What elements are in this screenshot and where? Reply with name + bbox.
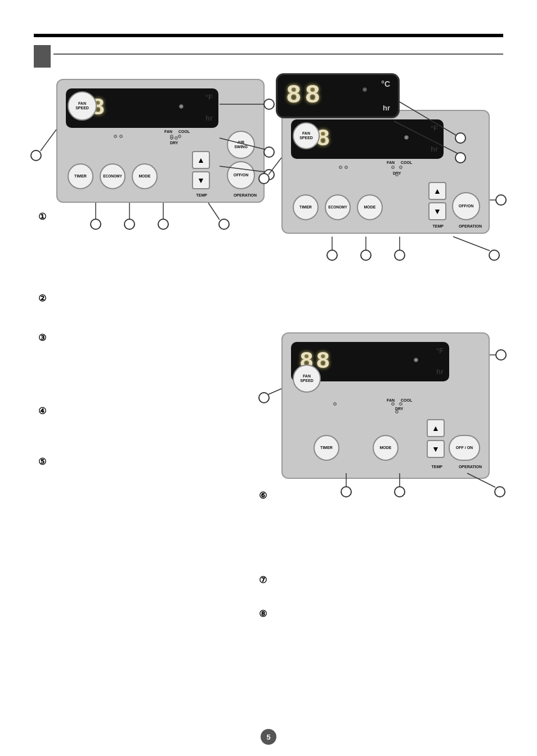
panel1-economy-button[interactable]: ECONOMY [100, 163, 126, 189]
panel1-hr: hr [205, 114, 213, 122]
panel2-cool-label: COOL [401, 161, 412, 164]
svg-line-20 [268, 158, 281, 175]
annotation-1: ① [38, 211, 46, 222]
p1-dot-fan [170, 135, 173, 138]
zoom-digits: 88 [286, 81, 324, 110]
panel3-offon-button[interactable]: OFF / ON [449, 435, 480, 461]
panel1-ind-fan-cool [170, 135, 181, 138]
panel2-timer-button[interactable]: TIMER [293, 194, 319, 220]
svg-line-30 [453, 237, 490, 251]
svg-point-41 [495, 487, 505, 497]
top-bar [34, 34, 503, 37]
svg-line-34 [268, 389, 281, 394]
panel3-fan-speed-button[interactable]: FAN SPEED [293, 364, 321, 393]
svg-point-23 [496, 195, 506, 205]
svg-point-5 [264, 147, 274, 157]
panel3-dot-dry [395, 410, 399, 413]
panel3-operation-label: OPERATION [459, 465, 482, 469]
panel1-timer-button[interactable]: TIMER [68, 163, 93, 189]
panel3-temp-label: TEMP [432, 465, 442, 469]
panel1-fan-label: FAN [164, 130, 172, 134]
annotation-6: ⑥ [259, 490, 267, 501]
panel1-air-swing-button[interactable]: AIR SWING [227, 131, 255, 159]
panel-1: 88 °F hr FAN SPEED FAN COOL DRY TIMER EC… [56, 79, 265, 203]
panel2-operation-label: OPERATION [459, 224, 482, 228]
svg-point-13 [158, 219, 168, 229]
panel2-ind-row [339, 166, 348, 169]
p3-dot-single [333, 402, 337, 406]
p2-dot-fan [391, 166, 395, 169]
panel1-cool-label: COOL [178, 130, 190, 134]
p2-dot-dry [395, 173, 399, 176]
section-header-line [53, 54, 503, 55]
zoom-inset: 88 °C hr [276, 73, 400, 118]
svg-line-14 [208, 203, 220, 220]
panel3-down-button[interactable]: ▼ [427, 440, 445, 458]
svg-point-1 [264, 99, 274, 109]
panel1-ind2 [119, 135, 123, 138]
panel-3: 88 °F hr FAN SPEED FAN COOL DRY TIMER MO… [281, 332, 490, 479]
panel2-ind-fan-cool [391, 166, 402, 169]
panel2-mode-button[interactable]: MODE [357, 194, 383, 220]
panel1-operation-label: OPERATION [234, 193, 257, 197]
annotation-5: ⑤ [38, 456, 46, 467]
panel3-fan-label: FAN [387, 398, 395, 402]
svg-point-39 [395, 487, 405, 497]
panel2-display-dot [404, 135, 409, 140]
panel-2: 88 °F hr FAN SPEED FAN COOL DRY TIMER EC… [281, 110, 490, 234]
panel1-up-button[interactable]: ▲ [192, 151, 210, 169]
panel2-temp-label: TEMP [433, 224, 444, 228]
panel1-dry-label: DRY [170, 141, 178, 145]
panel3-up-button[interactable]: ▲ [427, 419, 445, 437]
panel3-cool-label: COOL [401, 398, 412, 402]
panel2-down-button[interactable]: ▼ [428, 202, 446, 220]
page-number: 5 [261, 729, 276, 745]
panel2-fan-speed-button[interactable]: FAN SPEED [293, 122, 320, 149]
panel1-unit: °F [205, 93, 213, 101]
annotation-3: ③ [38, 332, 46, 343]
panel2-unit: °F [431, 124, 438, 132]
p3-dot-fan [391, 402, 395, 406]
p3-dot-cool [399, 402, 402, 406]
svg-point-29 [395, 250, 405, 260]
svg-point-33 [496, 350, 506, 360]
svg-point-9 [91, 219, 101, 229]
svg-point-11 [124, 219, 135, 229]
panel1-mode-button[interactable]: MODE [132, 163, 158, 189]
panel2-economy-button[interactable]: ECONOMY [325, 194, 351, 220]
section-header-block [34, 45, 51, 68]
panel3-ind-fan-cool [391, 402, 402, 406]
annotation-7: ⑦ [259, 575, 267, 585]
svg-point-27 [361, 250, 371, 260]
panel3-display-dot [414, 358, 418, 362]
panel3-timer-button[interactable]: TIMER [314, 435, 339, 461]
zoom-dot [363, 87, 367, 92]
panel1-display-dot [179, 104, 184, 109]
svg-point-35 [259, 393, 269, 403]
p1-dot-cool [178, 135, 181, 138]
zoom-hr: hr [383, 104, 390, 112]
panel3-unit: °F [436, 346, 444, 355]
panel1-down-button[interactable]: ▼ [192, 171, 210, 189]
panel3-mode-button[interactable]: MODE [373, 435, 399, 461]
annotation-8: ⑧ [259, 608, 267, 619]
panel2-dot-dry [395, 173, 399, 176]
annotation-4: ④ [38, 406, 46, 416]
panel1-ind1 [114, 135, 117, 138]
svg-point-7 [264, 170, 274, 180]
p2-dot2 [344, 166, 348, 169]
svg-line-2 [41, 130, 56, 151]
zoom-unit: °C [381, 79, 390, 88]
panel2-up-button[interactable]: ▲ [428, 182, 446, 200]
panel1-offon-button[interactable]: OFF/ON [227, 161, 255, 189]
svg-point-31 [489, 250, 499, 260]
annotation-2: ② [38, 293, 46, 304]
panel1-fan-speed-button[interactable]: FAN SPEED [68, 91, 97, 121]
panel3-hr: hr [436, 367, 444, 376]
panel1-temp-label: TEMP [196, 193, 207, 197]
panel2-offon-button[interactable]: OFF/ON [452, 192, 480, 220]
panel2-hr: hr [431, 145, 438, 153]
svg-point-37 [341, 487, 351, 497]
panel2-fan-label: FAN [387, 161, 395, 164]
svg-point-15 [219, 219, 229, 229]
